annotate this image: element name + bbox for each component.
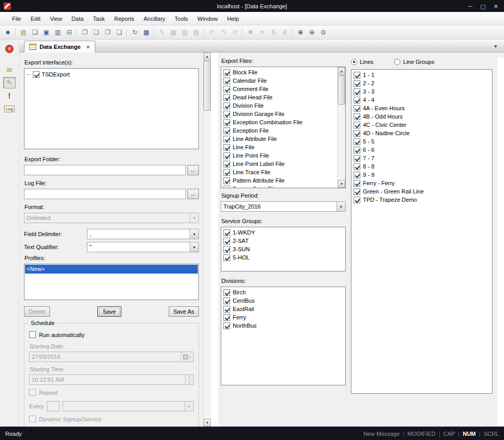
menu-item[interactable]: Task <box>89 14 110 24</box>
line-item[interactable]: 9 - 9 <box>352 171 491 179</box>
scroll-track[interactable] <box>204 60 211 419</box>
line-item[interactable]: 8 - 8 <box>352 162 491 171</box>
file-checkbox[interactable] <box>223 102 230 109</box>
line-item[interactable]: Green - Green Rail Line <box>352 187 491 196</box>
error-list-icon[interactable]: ! <box>3 90 16 101</box>
scroll-down-icon[interactable]: ▼ <box>204 419 211 426</box>
save-as-button[interactable]: Save As <box>169 306 199 317</box>
line-checkbox[interactable] <box>354 188 360 195</box>
file-checkbox[interactable] <box>223 69 230 76</box>
close-view-icon[interactable]: ✕ <box>3 43 16 55</box>
data-grid-icon[interactable]: ▦ <box>141 27 152 38</box>
user-icon[interactable]: ☻ <box>2 27 14 38</box>
line-item[interactable]: 4D - Nadine Circle <box>352 129 491 137</box>
maximize-icon[interactable]: ▢ <box>480 3 485 10</box>
zoom-in-icon[interactable]: ⊕ <box>295 27 306 38</box>
scroll-up-icon[interactable]: ▲ <box>204 53 211 60</box>
division-checkbox[interactable] <box>223 314 230 321</box>
file-checkbox[interactable] <box>223 127 230 134</box>
chevron-down-icon[interactable]: ▾ <box>190 242 198 252</box>
line-checkbox[interactable] <box>354 122 360 128</box>
save-icon[interactable]: ▣ <box>41 27 52 38</box>
interface-checkbox[interactable] <box>33 71 40 78</box>
file-checkbox[interactable] <box>223 136 230 143</box>
profiles-list[interactable]: <New> <box>24 264 199 300</box>
log-file-browse-button[interactable]: ... <box>187 189 199 199</box>
export-file-item[interactable]: Line Attribute File <box>222 135 336 143</box>
line-item[interactable]: 5 - 5 <box>352 137 491 146</box>
export-interfaces-tree[interactable]: TSDExport <box>24 68 199 149</box>
revert-icon[interactable]: ↺ <box>229 27 241 38</box>
sort-descending-icon[interactable]: ⇵ <box>279 27 291 38</box>
copy-special-icon[interactable]: ❐ <box>102 27 114 38</box>
scroll-track[interactable] <box>338 75 345 180</box>
service-group-item[interactable]: 5-HOL <box>222 253 344 262</box>
log-file-input[interactable] <box>24 189 186 199</box>
line-item[interactable]: 2 - 2 <box>352 79 491 87</box>
paste-special-icon[interactable]: ❑ <box>114 27 125 38</box>
service-group-checkbox[interactable] <box>223 229 230 236</box>
run-automatically-checkbox[interactable] <box>29 331 36 338</box>
redo-icon[interactable]: ↷ <box>218 27 229 38</box>
line-checkbox[interactable] <box>354 138 360 145</box>
file-checkbox[interactable] <box>223 169 230 176</box>
menu-item[interactable]: Reports <box>109 14 139 24</box>
line-item[interactable]: 1 - 1 <box>352 71 491 79</box>
line-item[interactable]: 6 - 6 <box>352 146 491 154</box>
file-checkbox[interactable] <box>223 77 230 84</box>
file-checkbox[interactable] <box>223 94 230 101</box>
line-item[interactable]: TPD - Trapeze Demo <box>352 196 491 204</box>
tab-overflow-icon[interactable]: ▼ <box>494 44 498 49</box>
line-item[interactable]: 4A - Even Hours <box>352 104 491 112</box>
log-icon[interactable]: Log <box>3 103 16 114</box>
export-file-item[interactable]: Line Point Label File <box>222 160 336 168</box>
file-checkbox[interactable] <box>223 161 230 167</box>
service-group-item[interactable]: 1-WKDY <box>222 228 344 237</box>
export-file-item[interactable]: Line Point File <box>222 151 336 160</box>
line-groups-radio[interactable]: Line Groups <box>394 59 434 65</box>
file-checkbox[interactable] <box>223 119 230 126</box>
new-record-icon[interactable]: ✱ <box>245 27 256 38</box>
paste-icon[interactable]: ❑ <box>91 27 102 38</box>
minimize-icon[interactable]: ─ <box>469 3 473 10</box>
pane-splitter[interactable] <box>211 53 218 426</box>
chevron-down-icon[interactable]: ▾ <box>336 202 345 211</box>
tab-close-icon[interactable]: ✕ <box>86 44 90 50</box>
menu-item[interactable]: File <box>7 14 26 24</box>
chevron-down-icon[interactable]: ▾ <box>190 229 198 239</box>
export-file-item[interactable]: Division File <box>222 101 336 110</box>
file-checkbox[interactable] <box>223 86 230 93</box>
interface-tree-item[interactable]: TSDExport <box>27 70 196 79</box>
export-file-item[interactable]: Block File <box>222 68 336 76</box>
menu-item[interactable]: Window <box>193 14 222 24</box>
print-icon[interactable]: ⊟ <box>64 27 75 38</box>
export-file-item[interactable]: Division Garage File <box>222 110 336 118</box>
field-delimiter-combo[interactable]: , ▾ <box>87 229 199 239</box>
lines-list[interactable]: 1 - 1 2 - 2 3 - 3 <box>351 69 493 394</box>
service-group-item[interactable]: 2-SAT <box>222 237 344 245</box>
message-icon[interactable]: ✉ <box>3 64 16 75</box>
zoom-reset-icon[interactable]: ⊙ <box>318 27 329 38</box>
text-qualifier-combo[interactable]: " ▾ <box>87 242 199 252</box>
divisions-list[interactable]: Birch CentBus EastRail <box>221 287 346 385</box>
division-item[interactable]: EastRail <box>222 305 344 313</box>
open-folder-icon[interactable]: ▤ <box>18 27 29 38</box>
left-pane-scrollbar[interactable]: ▲ ▼ <box>203 53 211 426</box>
line-checkbox[interactable] <box>354 180 360 187</box>
line-checkbox[interactable] <box>354 163 360 170</box>
zoom-out-icon[interactable]: ⊖ <box>306 27 318 38</box>
export-file-item[interactable]: Pattern Attribute File <box>222 176 336 185</box>
file-checkbox[interactable] <box>223 111 230 118</box>
menu-item[interactable]: Edit <box>26 14 45 24</box>
division-item[interactable]: CentBus <box>222 296 344 305</box>
scroll-thumb[interactable] <box>204 61 211 111</box>
edit-log-icon[interactable]: ✎ <box>3 77 16 88</box>
menu-item[interactable]: View <box>45 14 67 24</box>
division-item[interactable]: NorthBus <box>222 321 344 330</box>
division-checkbox[interactable] <box>223 322 230 329</box>
menu-item[interactable]: Ancillary <box>139 14 170 24</box>
line-checkbox[interactable] <box>354 113 360 120</box>
menu-item[interactable]: Help <box>222 14 244 24</box>
line-checkbox[interactable] <box>354 147 360 153</box>
line-checkbox[interactable] <box>354 97 360 103</box>
